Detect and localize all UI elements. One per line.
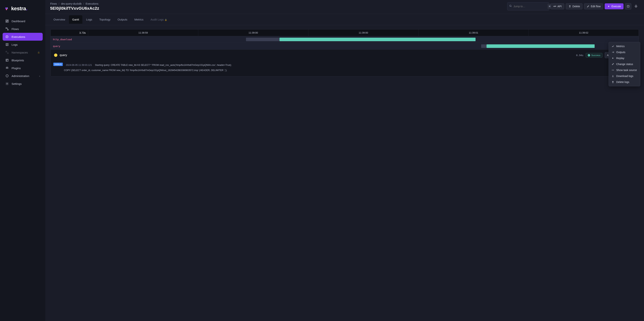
ctx-show-source[interactable]: Show task source: [609, 67, 640, 73]
main: Flows/ dev.query-duckdb/ Executions 5El0…: [45, 0, 644, 321]
breadcrumb-executions[interactable]: Executions: [86, 2, 98, 5]
svg-rect-14: [6, 51, 7, 52]
api-icon: API: [553, 5, 556, 8]
sidebar-label: Settings: [12, 82, 22, 86]
settings-icon: [5, 82, 9, 86]
ctx-download-logs[interactable]: Download logs: [609, 73, 640, 79]
svg-rect-16: [6, 59, 8, 61]
lock-icon: 🔒: [164, 19, 167, 21]
tab-logs[interactable]: Logs: [83, 15, 96, 24]
edit-flow-button[interactable]: Edit flow: [584, 3, 603, 9]
gantt-chart: 3.73s 11:38:59 11:39:00 11:39:00 11:39:0…: [50, 29, 639, 76]
tab-audit-logs: Audit Logs🔒: [147, 15, 170, 24]
breadcrumb-flows[interactable]: Flows: [50, 2, 57, 5]
chevron-right-icon: ›: [39, 74, 40, 78]
search-box[interactable]: ⌘Ctrl/Cmd + K: [507, 2, 549, 10]
sidebar-label: Flows: [12, 28, 19, 30]
api-button[interactable]: APIAPI: [551, 3, 564, 9]
gantt-total-duration: 3.73s: [51, 30, 88, 36]
log-level-badge: DEBUG: [53, 63, 63, 66]
ctx-change-status[interactable]: Change status: [609, 61, 640, 67]
gantt-row-query[interactable]: query: [51, 43, 638, 50]
gantt-tick: 11:39:00: [308, 30, 418, 36]
breadcrumb-flow[interactable]: dev.query-duckdb: [61, 2, 82, 5]
gantt-tick: 11:38:59: [88, 30, 198, 36]
sidebar-item-administration[interactable]: Administration›: [2, 72, 43, 80]
gantt-bar-pending: [246, 38, 280, 41]
svg-rect-5: [8, 21, 8, 22]
header: Flows/ dev.query-duckdb/ Executions 5El0…: [45, 0, 644, 14]
content: 3.73s 11:38:59 11:39:00 11:39:00 11:39:0…: [45, 25, 644, 321]
bolt-icon: [607, 5, 610, 8]
status-running-icon: [54, 54, 58, 57]
ctx-outputs[interactable]: Outputs: [609, 49, 640, 55]
tab-metrics[interactable]: Metrics: [131, 15, 147, 24]
sidebar-label: Dashboard: [12, 20, 25, 23]
tab-outputs[interactable]: Outputs: [114, 15, 131, 24]
gantt-bar-pending: [481, 44, 487, 48]
sidebar-item-blueprints[interactable]: Blueprints: [2, 56, 43, 64]
executions-icon: [5, 35, 9, 38]
dashboard-icon: [5, 19, 9, 23]
sidebar-item-settings[interactable]: Settings: [2, 80, 43, 88]
page-title: 5El0jl0kifTVxvGU6xAc2z: [50, 6, 504, 11]
namespaces-icon: [5, 50, 9, 54]
gantt-row-http_download[interactable]: http_download: [51, 36, 638, 43]
sidebar-label: Executions: [12, 35, 25, 38]
log-line: DEBUG 2024-06-05 11:39:03.121 Starting q…: [53, 63, 636, 68]
log-line: COPY (SELECT order_id, customer_name FRO…: [53, 68, 636, 73]
ctx-delete-logs[interactable]: Delete logs: [609, 79, 640, 85]
flows-icon: [5, 27, 9, 31]
trash-icon: [568, 5, 571, 8]
svg-rect-7: [6, 28, 7, 28]
task-context-menu: Metrics Outputs Replay Change status Sho…: [608, 42, 640, 86]
sidebar-label: Administration: [12, 74, 29, 78]
plugins-icon: [5, 66, 9, 70]
chart-icon: [612, 45, 614, 48]
sidebar-item-namespaces[interactable]: Namespaces🔒: [2, 48, 43, 56]
svg-point-11: [6, 36, 6, 37]
log-timestamp: 2024-06-05 11:39:03.121: [66, 63, 92, 68]
sidebar-item-flows[interactable]: Flows: [2, 25, 43, 33]
tab-overview[interactable]: Overview: [50, 15, 68, 24]
svg-rect-4: [8, 20, 8, 20]
gantt-tick: 11:39:01: [418, 30, 528, 36]
svg-rect-3: [6, 20, 7, 21]
sidebar-item-dashboard[interactable]: Dashboard: [2, 17, 43, 25]
blueprints-icon: [5, 58, 9, 62]
logo[interactable]: kestra.: [2, 4, 43, 17]
status-badge: ✓Success: [586, 53, 602, 58]
gantt-row-label: http_download: [51, 36, 88, 43]
gantt-track: [88, 36, 638, 43]
admin-icon: [5, 74, 9, 78]
svg-rect-6: [6, 22, 7, 22]
delete-button[interactable]: Delete: [566, 3, 582, 9]
svg-text:?: ?: [628, 6, 629, 7]
ctx-metrics[interactable]: Metrics: [609, 43, 640, 49]
gantt-bar-running: [280, 38, 476, 41]
tab-gantt[interactable]: Gantt: [69, 15, 82, 24]
help-button[interactable]: ?: [625, 3, 631, 10]
svg-point-12: [6, 37, 6, 38]
tabs: Overview Gantt Logs Topology Outputs Met…: [45, 14, 644, 25]
sidebar-item-executions[interactable]: Executions: [2, 33, 43, 41]
notifications-button[interactable]: [633, 3, 639, 10]
sidebar-item-logs[interactable]: Logs: [2, 41, 43, 48]
gantt-header: 3.73s 11:38:59 11:39:00 11:39:00 11:39:0…: [51, 30, 638, 36]
search-icon: [509, 5, 512, 8]
breadcrumb: Flows/ dev.query-duckdb/ Executions: [50, 2, 504, 5]
tab-topology[interactable]: Topology: [96, 15, 114, 24]
gantt-row-label: query: [51, 43, 88, 50]
sidebar-label: Plugins: [12, 66, 21, 70]
ctx-replay[interactable]: Replay: [609, 55, 640, 61]
search-input[interactable]: [513, 5, 546, 8]
execute-button[interactable]: Execute: [605, 3, 624, 9]
sidebar: kestra. Dashboard Flows Executions Logs …: [0, 0, 45, 321]
logo-text: kestra.: [11, 6, 28, 12]
task-detail-panel: query 0.94s ✓Success Attempt 1⌄ DEBUG 20…: [51, 50, 638, 76]
lock-icon: 🔒: [37, 51, 40, 54]
trash-icon: [612, 81, 614, 84]
outputs-icon: [612, 51, 614, 54]
sidebar-item-plugins[interactable]: Plugins: [2, 64, 43, 72]
svg-point-17: [7, 83, 8, 84]
